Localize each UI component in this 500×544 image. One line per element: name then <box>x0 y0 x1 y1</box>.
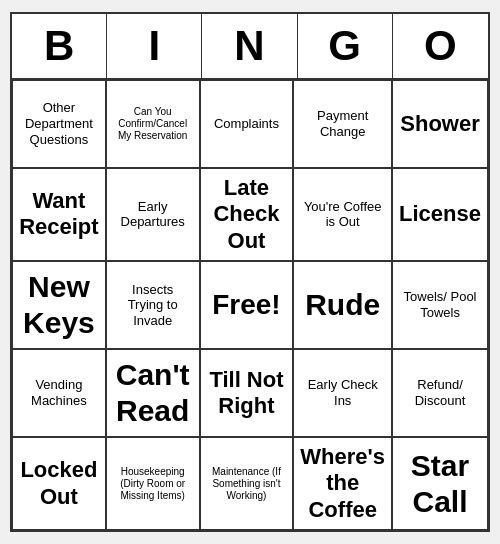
bingo-cell-2: Complaints <box>200 80 294 168</box>
bingo-letter-b: B <box>12 14 107 78</box>
bingo-cell-5: Want Receipt <box>12 168 106 261</box>
bingo-cell-19: Refund/ Discount <box>392 349 488 437</box>
bingo-cell-7: Late Check Out <box>200 168 294 261</box>
bingo-cell-14: Towels/ Pool Towels <box>392 261 488 349</box>
bingo-cell-13: Rude <box>293 261 392 349</box>
bingo-cell-11: Insects Trying to Invade <box>106 261 200 349</box>
bingo-cell-12: Free! <box>200 261 294 349</box>
bingo-cell-24: Star Call <box>392 437 488 530</box>
bingo-cell-9: License <box>392 168 488 261</box>
bingo-letter-o: O <box>393 14 488 78</box>
bingo-cell-4: Shower <box>392 80 488 168</box>
bingo-card: BINGO Other Department QuestionsCan You … <box>10 12 490 532</box>
bingo-cell-0: Other Department Questions <box>12 80 106 168</box>
bingo-cell-16: Can't Read <box>106 349 200 437</box>
bingo-cell-3: Payment Change <box>293 80 392 168</box>
bingo-cell-21: Housekeeping (Dirty Room or Missing Item… <box>106 437 200 530</box>
bingo-cell-15: Vending Machines <box>12 349 106 437</box>
bingo-letter-i: I <box>107 14 202 78</box>
bingo-cell-10: New Keys <box>12 261 106 349</box>
bingo-cell-18: Early Check Ins <box>293 349 392 437</box>
bingo-cell-17: Till Not Right <box>200 349 294 437</box>
bingo-cell-1: Can You Confirm/Cancel My Reservation <box>106 80 200 168</box>
bingo-cell-8: You're Coffee is Out <box>293 168 392 261</box>
bingo-header: BINGO <box>12 14 488 80</box>
bingo-cell-6: Early Departures <box>106 168 200 261</box>
bingo-grid: Other Department QuestionsCan You Confir… <box>12 80 488 530</box>
bingo-letter-n: N <box>202 14 297 78</box>
bingo-cell-22: Maintenance (If Something isn't Working) <box>200 437 294 530</box>
bingo-cell-23: Where's the Coffee <box>293 437 392 530</box>
bingo-cell-20: Locked Out <box>12 437 106 530</box>
bingo-letter-g: G <box>298 14 393 78</box>
